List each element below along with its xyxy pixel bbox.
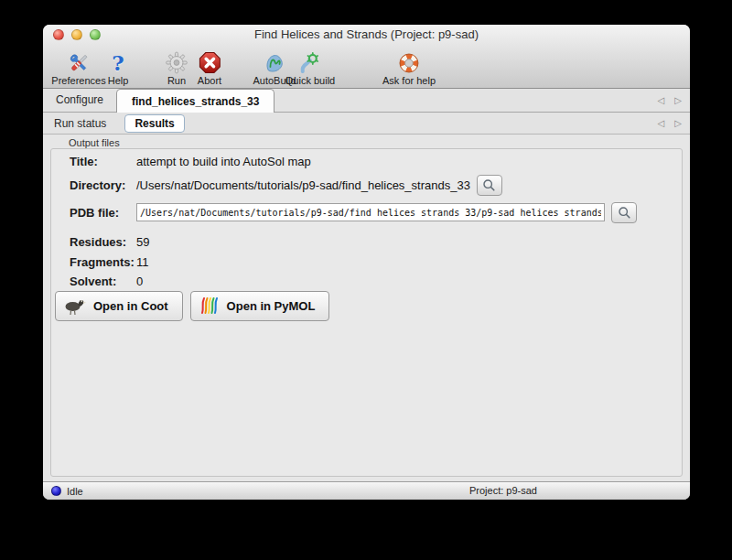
stop-x-icon <box>198 50 221 75</box>
toolbar-item-label: Preferences <box>51 75 105 86</box>
preferences-button[interactable]: Preferences <box>51 50 105 86</box>
quick-build-button[interactable]: Quick build <box>285 50 335 86</box>
magnifier-icon <box>482 178 496 192</box>
question-mark-icon: ? <box>112 50 124 75</box>
zoom-button[interactable] <box>90 29 101 40</box>
fragments-row: Fragments: 11 <box>70 253 663 271</box>
close-button[interactable] <box>53 29 64 40</box>
toolbar-item-label: Ask for help <box>382 75 436 86</box>
tools-icon <box>67 50 91 75</box>
title-bar[interactable]: Find Helices and Strands (Project: p9-sa… <box>43 25 690 44</box>
magnifier-icon <box>618 206 631 220</box>
protein-ribbon-icon <box>263 50 286 75</box>
solvent-label: Solvent: <box>70 275 136 288</box>
title-value: attempt to build into AutoSol map <box>136 155 311 168</box>
tab-scroll-left-icon[interactable]: ◁ <box>658 95 665 105</box>
solvent-row: Solvent: 0 <box>70 272 663 290</box>
gear-icon <box>166 50 188 75</box>
pdb-file-row: PDB file: <box>70 203 663 221</box>
title-label: Title: <box>70 155 136 168</box>
tab-results[interactable]: Results <box>124 114 184 133</box>
toolbar-item-label: Help <box>108 75 129 86</box>
residues-row: Residues: 59 <box>70 232 663 251</box>
residues-label: Residues: <box>70 235 136 249</box>
lifebuoy-icon <box>398 50 420 75</box>
minimize-button[interactable] <box>71 29 82 40</box>
toolbar-item-label: Abort <box>198 75 221 86</box>
project-label: Project: p9-sad <box>469 485 537 496</box>
status-indicator-icon <box>51 486 61 496</box>
open-in-pymol-label: Open in PyMOL <box>227 299 316 313</box>
coot-bird-icon <box>63 296 87 316</box>
tab-run-status[interactable]: Run status <box>43 117 117 130</box>
gear-protein-icon <box>298 50 322 75</box>
directory-row: Directory: /Users/nat/Documents/tutorial… <box>70 176 663 194</box>
open-buttons-row: Open in Coot Open in PyMO <box>55 291 663 320</box>
fragments-value: 11 <box>136 255 149 269</box>
residues-value: 59 <box>136 235 149 249</box>
directory-browse-button[interactable] <box>477 175 502 196</box>
directory-value: /Users/nat/Documents/tutorials/p9-sad/fi… <box>136 178 470 192</box>
tab-bar-run: Run status Results ◁ ▷ <box>43 113 690 135</box>
ask-for-help-button[interactable]: Ask for help <box>382 50 436 86</box>
open-in-pymol-button[interactable]: Open in PyMOL <box>190 291 330 321</box>
tab-scroll-right-icon[interactable]: ▷ <box>674 118 682 128</box>
fragments-label: Fragments: <box>70 255 136 269</box>
window-title: Find Helices and Strands (Project: p9-sa… <box>254 27 479 41</box>
desktop-background: Find Helices and Strands (Project: p9-sa… <box>0 0 732 560</box>
pdb-file-label: PDB file: <box>70 206 136 220</box>
tab-scroll-left-icon[interactable]: ◁ <box>658 118 665 128</box>
status-bar: Idle Project: p9-sad <box>43 481 690 500</box>
results-panel: Output files Title: attempt to build int… <box>43 135 690 481</box>
traffic-lights <box>53 29 101 40</box>
tab-configure[interactable]: Configure <box>43 89 116 112</box>
output-files-section-label: Output files <box>69 137 120 148</box>
abort-button[interactable]: Abort <box>198 50 221 86</box>
toolbar-item-label: Run <box>167 75 186 86</box>
output-files-group-box: Title: attempt to build into AutoSol map… <box>50 148 683 477</box>
toolbar: Preferences ? Help <box>43 44 690 88</box>
tab-scroll-arrows: ◁ ▷ <box>658 89 682 112</box>
run-button[interactable]: Run <box>166 50 188 86</box>
open-in-coot-button[interactable]: Open in Coot <box>55 291 183 321</box>
directory-label: Directory: <box>70 178 136 192</box>
tab-bar-main: Configure find_helices_strands_33 ◁ ▷ <box>43 89 690 113</box>
help-button[interactable]: ? Help <box>108 50 129 86</box>
pymol-ribbon-icon <box>199 295 221 317</box>
title-row: Title: attempt to build into AutoSol map <box>70 152 663 170</box>
tab-find-helices-strands-33[interactable]: find_helices_strands_33 <box>116 89 274 113</box>
window-header: Find Helices and Strands (Project: p9-sa… <box>43 25 690 89</box>
status-text: Idle <box>67 486 83 497</box>
open-in-coot-label: Open in Coot <box>93 299 168 313</box>
pdb-file-browse-button[interactable] <box>611 202 637 223</box>
pdb-file-input[interactable] <box>136 203 605 221</box>
solvent-value: 0 <box>136 275 143 288</box>
app-window: Find Helices and Strands (Project: p9-sa… <box>43 25 690 500</box>
toolbar-item-label: Quick build <box>285 75 335 86</box>
tab-scroll-arrows: ◁ ▷ <box>658 113 682 134</box>
tab-scroll-right-icon[interactable]: ▷ <box>674 95 682 105</box>
